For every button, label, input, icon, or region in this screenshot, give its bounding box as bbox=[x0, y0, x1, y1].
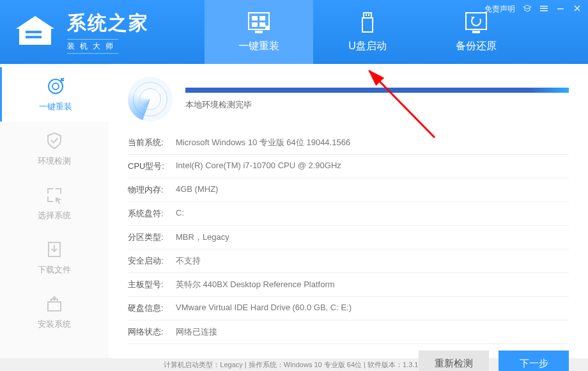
info-row: 安全启动:不支持 bbox=[128, 249, 569, 273]
sidebar-item-label: 下载文件 bbox=[38, 264, 71, 276]
svg-point-3 bbox=[49, 37, 51, 40]
app-logo-icon bbox=[13, 13, 58, 51]
info-value: Intel(R) Core(TM) i7-10700 CPU @ 2.90GHz bbox=[176, 161, 569, 172]
sidebar-item-select-os[interactable]: 选择系统 bbox=[0, 176, 109, 230]
sidebar-item-reinstall[interactable]: 一键重装 bbox=[0, 67, 109, 122]
sidebar-item-install[interactable]: 安装系统 bbox=[0, 285, 109, 339]
svg-rect-0 bbox=[26, 31, 42, 33]
info-value: 网络已连接 bbox=[176, 326, 569, 338]
svg-rect-8 bbox=[259, 16, 265, 20]
svg-point-5 bbox=[49, 41, 51, 43]
tab-label: U盘启动 bbox=[348, 40, 387, 53]
recheck-button[interactable]: 重新检测 bbox=[419, 351, 489, 371]
info-label: 网络状态: bbox=[128, 326, 176, 338]
sidebar-item-label: 选择系统 bbox=[38, 210, 71, 221]
svg-rect-16 bbox=[466, 13, 486, 29]
svg-rect-19 bbox=[540, 6, 548, 7]
tab-reinstall[interactable]: 一键重装 bbox=[205, 0, 313, 64]
info-row: 物理内存:4GB (MHZ) bbox=[128, 178, 569, 202]
info-row: 系统盘符:C: bbox=[128, 202, 569, 226]
info-label: 物理内存: bbox=[128, 184, 176, 196]
svg-rect-21 bbox=[540, 10, 548, 12]
logo-area: 系统之家 装机大师 bbox=[0, 0, 205, 64]
close-button[interactable] bbox=[573, 4, 582, 15]
graduation-icon[interactable] bbox=[523, 4, 532, 15]
svg-point-4 bbox=[45, 41, 47, 43]
svg-rect-26 bbox=[48, 302, 61, 311]
svg-point-24 bbox=[52, 83, 59, 90]
progress-bar bbox=[185, 88, 569, 93]
info-row: 分区类型:MBR，Legacy bbox=[128, 226, 569, 249]
window-controls: 免责声明 bbox=[484, 4, 582, 15]
svg-rect-7 bbox=[252, 16, 258, 20]
svg-rect-13 bbox=[362, 18, 373, 32]
sidebar: 一键重装 环境检测 选择系统 下载文件 安装系统 bbox=[0, 64, 109, 358]
logo-title: 系统之家 bbox=[67, 10, 149, 36]
info-value: MBR，Legacy bbox=[176, 232, 569, 243]
download-icon bbox=[45, 240, 64, 259]
info-row: 硬盘信息:VMware Virtual IDE Hard Drive (60.0… bbox=[128, 297, 569, 320]
minimize-button[interactable] bbox=[556, 4, 565, 15]
menu-icon[interactable] bbox=[539, 4, 548, 15]
info-value: 英特尔 440BX Desktop Reference Platform bbox=[176, 279, 569, 290]
sidebar-item-label: 环境检测 bbox=[38, 155, 71, 167]
next-button[interactable]: 下一步 bbox=[499, 351, 569, 371]
system-info-list: 当前系统:Microsoft Windows 10 专业版 64位 19044.… bbox=[128, 131, 569, 344]
shield-check-icon bbox=[45, 131, 64, 150]
info-value: 不支持 bbox=[176, 255, 569, 267]
svg-rect-12 bbox=[364, 13, 371, 18]
info-row: 网络状态:网络已连接 bbox=[128, 320, 569, 344]
sidebar-item-label: 安装系统 bbox=[38, 319, 71, 330]
svg-rect-11 bbox=[255, 31, 263, 33]
svg-rect-1 bbox=[26, 36, 42, 38]
sidebar-item-download[interactable]: 下载文件 bbox=[0, 230, 109, 285]
sidebar-item-label: 一键重装 bbox=[39, 101, 72, 113]
info-label: 当前系统: bbox=[128, 137, 176, 148]
svg-rect-15 bbox=[368, 14, 369, 16]
info-row: CPU型号:Intel(R) Core(TM) i7-10700 CPU @ 2… bbox=[128, 155, 569, 178]
tab-label: 一键重装 bbox=[238, 40, 279, 53]
logo-subtitle: 装机大师 bbox=[67, 39, 118, 54]
body: 一键重装 环境检测 选择系统 下载文件 安装系统 本地环境检测完毕 当前 bbox=[0, 64, 588, 358]
info-row: 主板型号:英特尔 440BX Desktop Reference Platfor… bbox=[128, 273, 569, 297]
svg-rect-20 bbox=[540, 8, 548, 10]
info-label: CPU型号: bbox=[128, 161, 176, 172]
usb-boot-icon bbox=[355, 12, 380, 35]
tab-label: 备份还原 bbox=[456, 40, 497, 53]
radar-scan-icon bbox=[128, 77, 173, 122]
info-value: 4GB (MHZ) bbox=[176, 184, 569, 196]
sidebar-item-env-check[interactable]: 环境检测 bbox=[0, 122, 109, 176]
header: 系统之家 装机大师 一键重装 U盘启动 bbox=[0, 0, 588, 64]
progress-status: 本地环境检测完毕 bbox=[185, 99, 569, 111]
svg-rect-14 bbox=[366, 14, 367, 16]
info-label: 硬盘信息: bbox=[128, 303, 176, 314]
info-value: VMware Virtual IDE Hard Drive (60.0 GB, … bbox=[176, 303, 569, 314]
svg-point-2 bbox=[45, 37, 47, 40]
windows-reinstall-icon bbox=[246, 12, 272, 35]
disclaimer-link[interactable]: 免责声明 bbox=[484, 4, 515, 15]
svg-rect-9 bbox=[252, 22, 258, 27]
svg-rect-18 bbox=[472, 31, 480, 33]
tab-usb-boot[interactable]: U盘启动 bbox=[313, 0, 422, 64]
main-content: 本地环境检测完毕 当前系统:Microsoft Windows 10 专业版 6… bbox=[109, 64, 588, 358]
info-label: 分区类型: bbox=[128, 232, 176, 243]
info-label: 安全启动: bbox=[128, 255, 176, 267]
info-label: 主板型号: bbox=[128, 279, 176, 290]
install-icon bbox=[45, 294, 64, 313]
info-value: C: bbox=[176, 208, 569, 219]
svg-rect-22 bbox=[557, 8, 564, 10]
info-label: 系统盘符: bbox=[128, 208, 176, 219]
select-square-icon bbox=[45, 186, 64, 205]
info-value: Microsoft Windows 10 专业版 64位 19044.1566 bbox=[176, 137, 569, 148]
target-icon bbox=[46, 77, 65, 96]
info-row: 当前系统:Microsoft Windows 10 专业版 64位 19044.… bbox=[128, 131, 569, 155]
